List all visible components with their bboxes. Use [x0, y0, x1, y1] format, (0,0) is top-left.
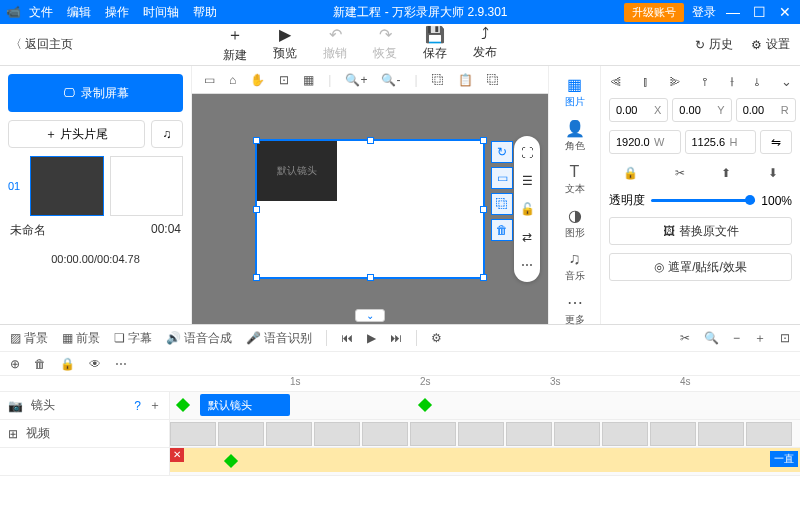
- dup-icon[interactable]: ⿻: [487, 73, 499, 87]
- login-button[interactable]: 登录: [692, 4, 716, 21]
- publish-button[interactable]: ⤴发布: [473, 25, 497, 64]
- intro-outro-button[interactable]: ＋ 片头片尾: [8, 120, 145, 148]
- filter-icon[interactable]: ⚙: [431, 331, 442, 345]
- tab-tts[interactable]: 🔊语音合成: [166, 330, 232, 347]
- tab-background[interactable]: ▨背景: [10, 330, 48, 347]
- resize-handle[interactable]: [480, 274, 487, 281]
- menu-edit[interactable]: 编辑: [67, 4, 91, 21]
- mask-button[interactable]: ◎遮罩/贴纸/效果: [609, 253, 792, 281]
- play-icon[interactable]: ▶: [367, 331, 376, 345]
- align-left-icon[interactable]: ⫷: [609, 74, 622, 90]
- resize-handle[interactable]: [253, 137, 260, 144]
- h-input[interactable]: H: [685, 130, 757, 154]
- settings-button[interactable]: ⚙设置: [751, 36, 790, 53]
- layer-delete-icon[interactable]: 🗑: [491, 219, 513, 241]
- next-frame-icon[interactable]: ⏭: [390, 331, 402, 345]
- resize-handle[interactable]: [480, 137, 487, 144]
- scene-thumb-2[interactable]: [110, 156, 183, 216]
- align-center-icon[interactable]: ⫿: [642, 74, 649, 90]
- undo-button[interactable]: ↶撤销: [323, 25, 347, 64]
- minimize-button[interactable]: —: [724, 4, 742, 20]
- tab-text[interactable]: T文本: [565, 160, 585, 199]
- tl-minus-icon[interactable]: −: [733, 331, 740, 345]
- keyframe-marker[interactable]: [418, 398, 432, 412]
- menu-help[interactable]: 帮助: [193, 4, 217, 21]
- delete-clip-icon[interactable]: ✕: [170, 448, 184, 462]
- camera-clip[interactable]: 默认镜头: [200, 394, 290, 416]
- prev-frame-icon[interactable]: ⏮: [341, 331, 353, 345]
- align-right-icon[interactable]: ⫸: [669, 74, 682, 90]
- redo-button[interactable]: ↷恢复: [373, 25, 397, 64]
- layer-copy-icon[interactable]: ⿻: [491, 193, 513, 215]
- add-kf-icon[interactable]: ＋: [149, 397, 161, 414]
- camera-placeholder[interactable]: 默认镜头: [257, 141, 337, 201]
- menu-action[interactable]: 操作: [105, 4, 129, 21]
- layers-icon[interactable]: ☰: [518, 172, 536, 190]
- track-video-header[interactable]: ⊞视频: [0, 420, 170, 447]
- align-more-icon[interactable]: ⌄: [781, 74, 792, 90]
- menu-timeline[interactable]: 时间轴: [143, 4, 179, 21]
- align-top-icon[interactable]: ⫯: [702, 74, 709, 90]
- resize-handle[interactable]: [253, 206, 260, 213]
- tab-more[interactable]: ⋯更多: [565, 290, 585, 330]
- unlock-icon[interactable]: 🔓: [518, 200, 536, 218]
- crop-icon[interactable]: ✂: [675, 166, 685, 180]
- cut-icon[interactable]: ✂: [680, 331, 690, 345]
- clip-tag[interactable]: 一直: [770, 451, 798, 467]
- scene-thumb-1[interactable]: [30, 156, 103, 216]
- new-button[interactable]: ＋新建: [223, 25, 247, 64]
- track-empty-header[interactable]: [0, 448, 170, 475]
- del-track-icon[interactable]: 🗑: [34, 357, 46, 371]
- align-bot-icon[interactable]: ⫰: [754, 74, 761, 90]
- back-button[interactable]: 〈返回主页: [10, 36, 73, 53]
- maximize-button[interactable]: ☐: [750, 4, 768, 20]
- flip-button[interactable]: ⇋: [760, 130, 792, 154]
- tab-asr[interactable]: 🎤语音识别: [246, 330, 312, 347]
- add-track-icon[interactable]: ⊕: [10, 357, 20, 371]
- more-icon[interactable]: ⋯: [518, 256, 536, 274]
- resize-handle[interactable]: [367, 274, 374, 281]
- collapse-button[interactable]: ⌄: [355, 309, 385, 322]
- tool-hand-icon[interactable]: ✋: [250, 73, 265, 87]
- tool-fit-icon[interactable]: ⊡: [279, 73, 289, 87]
- timeline-ruler[interactable]: 1s 2s 3s 4s: [0, 376, 800, 392]
- zoom-tl-icon[interactable]: 🔍: [704, 331, 719, 345]
- replace-file-button[interactable]: 🖼替换原文件: [609, 217, 792, 245]
- track-more-icon[interactable]: ⋯: [115, 357, 127, 371]
- record-button[interactable]: 🖵录制屏幕: [8, 74, 183, 112]
- tl-fit-icon[interactable]: ⊡: [780, 331, 790, 345]
- resize-handle[interactable]: [367, 137, 374, 144]
- layer-up-icon[interactable]: ⬆: [721, 166, 731, 180]
- r-input[interactable]: R: [736, 98, 796, 122]
- tab-foreground[interactable]: ▦前景: [62, 330, 100, 347]
- layer-down-icon[interactable]: ⬇: [768, 166, 778, 180]
- lock-track-icon[interactable]: 🔒: [60, 357, 75, 371]
- copy-icon[interactable]: ⿻: [432, 73, 444, 87]
- keyframe-marker[interactable]: [176, 398, 190, 412]
- history-button[interactable]: ↻历史: [695, 36, 733, 53]
- x-input[interactable]: X: [609, 98, 668, 122]
- video-frames[interactable]: [170, 422, 800, 446]
- layer-rect-icon[interactable]: ▭: [491, 167, 513, 189]
- music-button[interactable]: ♫: [151, 120, 183, 148]
- upgrade-button[interactable]: 升级账号: [624, 3, 684, 22]
- tab-image[interactable]: ▦图片: [565, 72, 585, 112]
- tool-select-icon[interactable]: ▭: [204, 73, 215, 87]
- tool-grid-icon[interactable]: ▦: [303, 73, 314, 87]
- tab-shape[interactable]: ◑图形: [565, 203, 585, 243]
- lock-icon[interactable]: 🔒: [623, 166, 638, 180]
- close-button[interactable]: ✕: [776, 4, 794, 20]
- menu-file[interactable]: 文件: [29, 4, 53, 21]
- resize-handle[interactable]: [480, 206, 487, 213]
- track-camera-header[interactable]: 📷镜头?＋: [0, 392, 170, 419]
- canvas-artboard[interactable]: 默认镜头 ↻ ▭ ⿻ 🗑: [255, 139, 485, 279]
- swap-icon[interactable]: ⇄: [518, 228, 536, 246]
- fullscreen-icon[interactable]: ⛶: [518, 144, 536, 162]
- save-button[interactable]: 💾保存: [423, 25, 447, 64]
- eye-icon[interactable]: 👁: [89, 357, 101, 371]
- zoom-out-icon[interactable]: 🔍-: [381, 73, 400, 87]
- tab-music[interactable]: ♫音乐: [565, 247, 585, 286]
- help-icon[interactable]: ?: [134, 399, 141, 413]
- y-input[interactable]: Y: [672, 98, 731, 122]
- w-input[interactable]: W: [609, 130, 681, 154]
